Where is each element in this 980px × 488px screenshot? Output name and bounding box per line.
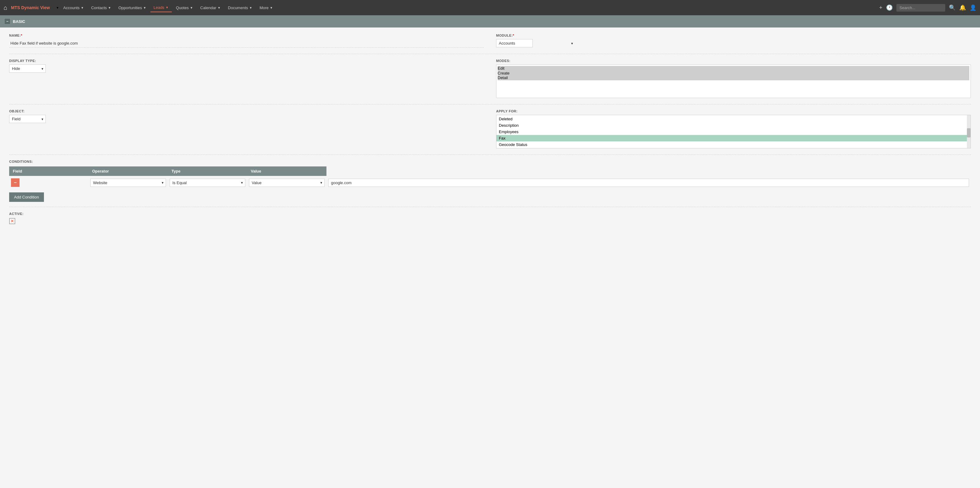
- condition-operator-select[interactable]: Is Equal Is Not Equal Contains: [170, 179, 245, 187]
- apply-for-item-geocode-status[interactable]: Geocode Status: [496, 141, 970, 148]
- apply-for-item-fax[interactable]: Fax: [496, 135, 970, 141]
- apply-for-wrapper: Deleted Description Employees Fax Geocod…: [496, 115, 971, 148]
- object-select-wrapper: Field Panel Subpanel ▼: [9, 115, 46, 123]
- active-section: ACTIVE: ✕: [9, 212, 971, 224]
- display-type-select[interactable]: Hide Show Read Only: [9, 64, 46, 73]
- apply-for-field-group: APPLY FOR: Deleted Description Employees…: [496, 109, 971, 148]
- brand-dropdown-icon[interactable]: ▼: [56, 6, 59, 10]
- remove-condition-button[interactable]: −: [11, 179, 19, 187]
- more-dropdown-icon: ▼: [270, 6, 273, 10]
- apply-for-item-id[interactable]: ID: [496, 148, 970, 148]
- form-row-name-module: NAME:* MODULE:* Accounts Contacts Leads …: [9, 33, 971, 48]
- brand-label[interactable]: MTS Dynamic View: [11, 5, 50, 10]
- nav-item-contacts[interactable]: Contacts ▼: [88, 4, 114, 12]
- nav-item-leads[interactable]: Leads ▼: [150, 3, 172, 12]
- divider-4: [9, 207, 971, 207]
- bell-icon[interactable]: 🔔: [959, 4, 966, 11]
- section-title: BASIC: [13, 19, 25, 24]
- modes-label: MODES:: [496, 59, 971, 62]
- name-input[interactable]: [9, 39, 484, 48]
- basic-section-header: − BASIC: [0, 15, 980, 27]
- apply-for-item-employees[interactable]: Employees: [496, 129, 970, 135]
- nav-item-accounts[interactable]: Accounts ▼: [60, 4, 87, 12]
- home-icon[interactable]: ⌂: [4, 4, 7, 11]
- main-content: − BASIC NAME:* MODULE:* Accounts Contact…: [0, 15, 980, 488]
- condition-field-cell: Website Fax Email ▼: [89, 176, 168, 189]
- condition-value-cell: [326, 176, 971, 189]
- form-row-object-applyfor: OBJECT: Field Panel Subpanel ▼ APPLY FOR…: [9, 109, 971, 148]
- scrollbar-thumb[interactable]: [967, 128, 970, 137]
- condition-field-select[interactable]: Website Fax Email: [90, 179, 166, 187]
- search-input[interactable]: [896, 4, 945, 11]
- nav-item-documents[interactable]: Documents ▼: [225, 4, 255, 12]
- condition-operator-select-wrapper: Is Equal Is Not Equal Contains ▼: [170, 179, 245, 187]
- modes-multiselect[interactable]: Edit Create Detail: [496, 64, 971, 98]
- col-header-operator: Operator: [89, 166, 168, 176]
- col-header-field: Field: [9, 166, 89, 176]
- form-area: NAME:* MODULE:* Accounts Contacts Leads …: [0, 27, 980, 230]
- search-icon[interactable]: 🔍: [949, 4, 956, 11]
- form-row-displaytype-modes: DISPLAY TYPE: Hide Show Read Only ▼ MODE…: [9, 59, 971, 98]
- accounts-dropdown-icon: ▼: [81, 6, 84, 10]
- section-toggle-button[interactable]: −: [4, 18, 10, 24]
- name-field-group: NAME:*: [9, 33, 484, 48]
- object-field-group: OBJECT: Field Panel Subpanel ▼: [9, 109, 484, 123]
- nav-item-opportunities[interactable]: Opportunities ▼: [115, 4, 149, 12]
- display-type-select-wrapper: Hide Show Read Only ▼: [9, 64, 46, 73]
- conditions-table-header: Field Operator Type Value: [9, 166, 971, 176]
- top-navigation: ⌂ MTS Dynamic View ▼ Accounts ▼ Contacts…: [0, 0, 980, 15]
- active-label: ACTIVE:: [9, 212, 971, 215]
- apply-for-list: Deleted Description Employees Fax Geocod…: [496, 115, 970, 148]
- condition-type-cell: Value Field ▼: [247, 176, 326, 189]
- module-label: MODULE:*: [496, 33, 971, 37]
- nav-item-more[interactable]: More ▼: [256, 4, 276, 12]
- condition-value-input[interactable]: [328, 179, 969, 187]
- active-checkbox[interactable]: ✕: [9, 218, 15, 224]
- condition-row-remove-cell: −: [9, 176, 89, 189]
- leads-dropdown-icon: ▼: [165, 6, 169, 9]
- divider-1: [9, 54, 971, 54]
- nav-actions: + 🕐 🔍 🔔 👤: [879, 4, 976, 11]
- documents-dropdown-icon: ▼: [249, 6, 252, 10]
- apply-for-item-description[interactable]: Description: [496, 122, 970, 129]
- condition-field-select-wrapper: Website Fax Email ▼: [90, 179, 166, 187]
- history-icon[interactable]: 🕐: [886, 4, 893, 11]
- display-type-label: DISPLAY TYPE:: [9, 59, 484, 62]
- col-header-type: Type: [168, 166, 247, 176]
- table-row: − Website Fax Email ▼: [9, 176, 971, 189]
- conditions-table: Field Operator Type Value −: [9, 166, 971, 189]
- quotes-dropdown-icon: ▼: [190, 6, 193, 10]
- contacts-dropdown-icon: ▼: [108, 6, 111, 10]
- add-icon[interactable]: +: [879, 5, 882, 11]
- object-label: OBJECT:: [9, 109, 484, 113]
- module-field-group: MODULE:* Accounts Contacts Leads Opportu…: [496, 33, 971, 47]
- display-type-field-group: DISPLAY TYPE: Hide Show Read Only ▼: [9, 59, 484, 73]
- conditions-label: CONDITIONS:: [9, 160, 971, 163]
- user-icon[interactable]: 👤: [970, 4, 976, 11]
- condition-type-select[interactable]: Value Field: [249, 179, 325, 187]
- module-select[interactable]: Accounts Contacts Leads Opportunities: [496, 39, 533, 47]
- module-select-wrapper: Accounts Contacts Leads Opportunities ▼: [496, 39, 576, 47]
- conditions-section: CONDITIONS: Field Operator Type Value −: [9, 160, 971, 202]
- nav-item-quotes[interactable]: Quotes ▼: [173, 4, 196, 12]
- object-select[interactable]: Field Panel Subpanel: [9, 115, 46, 123]
- module-select-arrow-icon: ▼: [571, 41, 574, 45]
- modes-field-group: MODES: Edit Create Detail: [496, 59, 971, 98]
- condition-operator-cell: Is Equal Is Not Equal Contains ▼: [168, 176, 247, 189]
- nav-item-calendar[interactable]: Calendar ▼: [197, 4, 224, 12]
- apply-for-label: APPLY FOR:: [496, 109, 971, 113]
- opportunities-dropdown-icon: ▼: [143, 6, 146, 10]
- add-condition-button[interactable]: Add Condition: [9, 192, 44, 202]
- scrollbar-track: [967, 115, 970, 148]
- calendar-dropdown-icon: ▼: [218, 6, 221, 10]
- divider-3: [9, 155, 971, 155]
- conditions-table-body: − Website Fax Email ▼: [9, 176, 971, 189]
- col-header-value: Value: [247, 166, 326, 176]
- name-label: NAME:*: [9, 33, 484, 37]
- apply-for-item-deleted[interactable]: Deleted: [496, 116, 970, 122]
- condition-type-select-wrapper: Value Field ▼: [249, 179, 325, 187]
